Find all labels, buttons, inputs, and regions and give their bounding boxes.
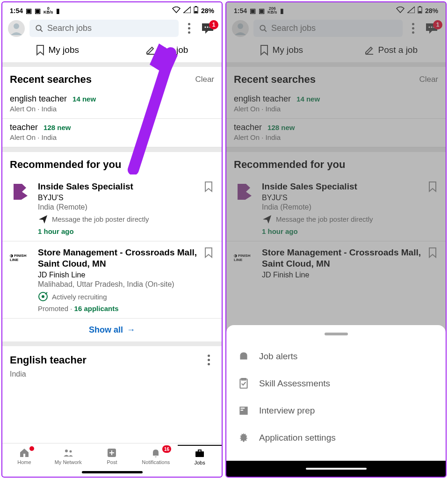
messaging-button[interactable]: 1 bbox=[423, 22, 440, 35]
post-job-button[interactable]: Post a job bbox=[336, 44, 446, 56]
send-icon bbox=[262, 214, 272, 225]
pip-icon: ▣ bbox=[35, 7, 41, 15]
clear-button[interactable]: Clear bbox=[195, 75, 214, 84]
save-job-button[interactable] bbox=[428, 247, 438, 279]
bottom-sheet: Job alerts Skill Assessments Interview p… bbox=[226, 325, 446, 477]
save-job-button[interactable] bbox=[204, 247, 214, 312]
recent-search-item[interactable]: english teacher14 new Alert On · India bbox=[226, 90, 446, 119]
job-card[interactable]: ◑ FINISH LINE Store Management - Crossro… bbox=[226, 241, 446, 285]
nav-jobs[interactable]: Jobs bbox=[178, 445, 222, 467]
edit-icon bbox=[145, 45, 156, 55]
post-job-button[interactable]: st a job bbox=[112, 44, 222, 56]
recent-searches-header: Recent searches Clear bbox=[226, 67, 446, 90]
job-card[interactable]: Inside Sales Specialist BYJU'S India (Re… bbox=[2, 175, 222, 241]
nav-post[interactable]: Post bbox=[90, 445, 134, 467]
quick-actions: My jobs Post a job bbox=[226, 40, 446, 62]
bottom-navigation: Home My Network Post 16 Notifications Jo… bbox=[2, 443, 222, 467]
recent-title: Recent searches bbox=[10, 73, 92, 86]
nav-network[interactable]: My Network bbox=[46, 445, 90, 467]
wifi-icon bbox=[172, 7, 181, 15]
pip-icon: ▣ bbox=[259, 7, 265, 15]
pip-icon: ▣ bbox=[250, 7, 256, 15]
sheet-item-skill-assessments[interactable]: Skill Assessments bbox=[226, 370, 446, 397]
data-speed: 0KB/s bbox=[43, 7, 53, 14]
job-card[interactable]: ◑ FINISH LINE Store Management - Crossro… bbox=[2, 241, 222, 319]
home-icon bbox=[19, 447, 30, 458]
svg-point-6 bbox=[205, 26, 206, 28]
svg-point-21 bbox=[429, 26, 430, 28]
pip-icon: ▣ bbox=[26, 7, 32, 15]
sheet-handle[interactable] bbox=[325, 333, 348, 335]
people-icon bbox=[63, 447, 74, 458]
chat-badge: 1 bbox=[209, 20, 218, 29]
svg-rect-17 bbox=[419, 11, 421, 13]
avatar[interactable] bbox=[8, 20, 25, 37]
bookmark-icon bbox=[36, 44, 45, 56]
gesture-bar[interactable] bbox=[306, 468, 367, 470]
save-job-button[interactable] bbox=[204, 181, 214, 235]
header: Search jobs 1 bbox=[226, 17, 446, 40]
gear-icon bbox=[238, 432, 250, 444]
recent-search-item[interactable]: teacher128 new Alert On · India bbox=[226, 119, 446, 147]
svg-point-7 bbox=[207, 26, 209, 28]
recent-search-item[interactable]: english teacher14 new Alert On · India bbox=[2, 90, 222, 119]
status-bar: 1:54 ▣ ▣ 0KB/s ▮ 28% bbox=[2, 2, 222, 17]
company-logo bbox=[10, 181, 31, 203]
phone-right: 1:54 ▣ ▣ 206KB/s ▮ 28% Search jobs 1 bbox=[225, 1, 447, 478]
nav-home[interactable]: Home bbox=[2, 445, 46, 467]
search-input[interactable]: Search jobs bbox=[253, 20, 403, 37]
gesture-bar[interactable] bbox=[82, 471, 143, 473]
company-logo: ◑ FINISH LINE bbox=[10, 247, 31, 269]
section-more-button[interactable] bbox=[203, 353, 214, 367]
tag-icon: ▮ bbox=[56, 7, 60, 15]
sheet-item-interview-prep[interactable]: Interview prep bbox=[226, 397, 446, 424]
my-jobs-button[interactable]: My jobs bbox=[2, 44, 112, 56]
company-logo bbox=[234, 181, 255, 203]
avatar[interactable] bbox=[232, 20, 249, 37]
nav-notifications[interactable]: 16 Notifications bbox=[134, 445, 178, 467]
header: Search jobs 1 bbox=[2, 17, 222, 40]
svg-line-20 bbox=[264, 29, 267, 32]
battery-icon bbox=[418, 6, 422, 15]
my-jobs-button[interactable]: My jobs bbox=[226, 44, 336, 56]
note-icon bbox=[238, 405, 250, 417]
search-input[interactable]: Search jobs bbox=[29, 20, 179, 37]
svg-rect-2 bbox=[195, 11, 197, 13]
tag-icon: ▮ bbox=[280, 7, 284, 15]
show-all-button[interactable]: Show all → bbox=[2, 319, 222, 341]
svg-rect-14 bbox=[195, 451, 204, 457]
recommended-header: Recommended for you bbox=[2, 152, 222, 175]
battery-pct: 28% bbox=[425, 7, 438, 15]
clear-button[interactable]: Clear bbox=[419, 75, 438, 84]
save-job-button[interactable] bbox=[428, 181, 438, 235]
recent-searches-header: Recent searches Clear bbox=[2, 67, 222, 90]
sheet-item-application-settings[interactable]: Application settings bbox=[226, 424, 446, 451]
more-menu-button[interactable] bbox=[183, 21, 195, 36]
status-time: 1:54 bbox=[234, 7, 247, 15]
company-logo: ◑ FINISH LINE bbox=[234, 247, 255, 269]
sheet-item-job-alerts[interactable]: Job alerts bbox=[226, 343, 446, 370]
battery-icon bbox=[194, 6, 198, 15]
svg-point-3 bbox=[14, 23, 19, 29]
wifi-icon bbox=[396, 7, 405, 15]
target-icon bbox=[38, 291, 48, 302]
search-section-header: English teacher bbox=[2, 346, 222, 370]
more-menu-button[interactable] bbox=[407, 21, 419, 36]
svg-point-18 bbox=[238, 23, 243, 29]
send-icon bbox=[38, 214, 48, 225]
recent-search-item[interactable]: teacher128 new Alert On · India bbox=[2, 119, 222, 147]
svg-point-22 bbox=[431, 26, 433, 28]
plus-icon bbox=[106, 447, 117, 458]
svg-line-5 bbox=[40, 29, 43, 32]
messaging-button[interactable]: 1 bbox=[199, 22, 216, 35]
battery-pct: 28% bbox=[201, 7, 214, 15]
svg-rect-26 bbox=[241, 408, 245, 409]
search-placeholder: Search jobs bbox=[47, 23, 92, 33]
bell-icon bbox=[150, 447, 161, 458]
signal-icon bbox=[183, 7, 191, 15]
notif-badge: 16 bbox=[162, 445, 171, 453]
svg-rect-1 bbox=[195, 6, 197, 7]
clipboard-icon bbox=[238, 377, 250, 390]
job-card[interactable]: Inside Sales Specialist BYJU'S India (Re… bbox=[226, 175, 446, 241]
svg-point-12 bbox=[69, 450, 72, 453]
